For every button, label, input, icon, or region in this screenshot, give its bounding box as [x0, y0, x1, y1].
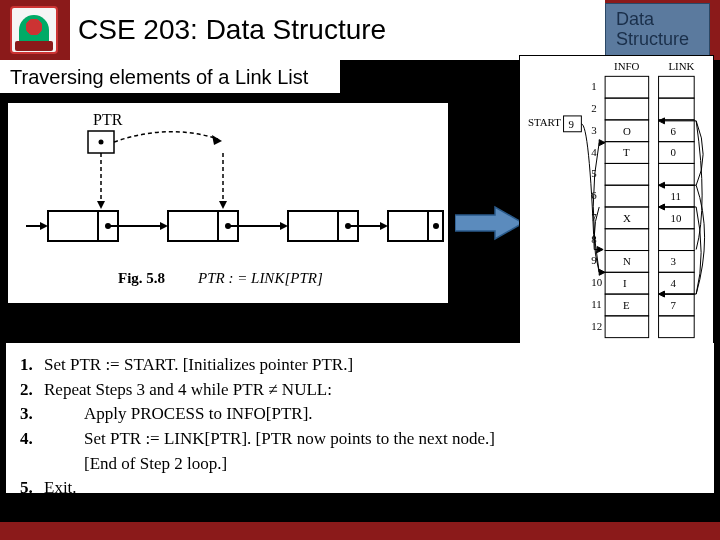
- algo-step-text: [End of Step 2 loop.]: [44, 452, 700, 477]
- ptr-label: PTR: [93, 111, 123, 128]
- svg-rect-51: [605, 316, 649, 338]
- info-cell: E: [623, 299, 630, 311]
- svg-marker-55: [659, 182, 665, 188]
- info-cell: N: [623, 255, 631, 267]
- info-cell: I: [623, 277, 627, 289]
- row-index: 11: [591, 298, 601, 310]
- svg-marker-57: [659, 204, 665, 210]
- topic-badge: Data Structure: [605, 3, 710, 57]
- svg-rect-31: [605, 98, 649, 120]
- svg-marker-54: [659, 118, 665, 124]
- header-bar: CSE 203: Data Structure Data Structure: [0, 0, 720, 60]
- row-index: 4: [591, 146, 597, 158]
- svg-rect-52: [659, 316, 695, 338]
- svg-point-1: [99, 140, 104, 145]
- algo-step-number: 3.: [20, 402, 44, 427]
- svg-rect-43: [605, 229, 649, 251]
- algo-step-number: 2.: [20, 378, 44, 403]
- badge-line2: Structure: [616, 30, 699, 50]
- algo-step-text: Apply PROCESS to INFO[PTR].: [44, 402, 700, 427]
- svg-rect-46: [659, 251, 695, 273]
- info-cell: X: [623, 212, 631, 224]
- linked-list-diagram: PTR Fig. 5.8 PTR : = LINK[PTR]: [8, 103, 448, 303]
- start-label: START: [528, 116, 561, 128]
- row-index: 3: [591, 124, 597, 136]
- row-index: 10: [591, 276, 602, 288]
- svg-marker-58: [599, 269, 605, 275]
- algo-line: 1.Set PTR := START. [Initializes pointer…: [20, 353, 700, 378]
- svg-point-24: [433, 223, 439, 229]
- algo-line: 5.Exit.: [20, 476, 700, 501]
- algo-step-number: [20, 452, 44, 477]
- svg-rect-29: [605, 76, 649, 98]
- link-cell: 11: [670, 190, 680, 202]
- svg-rect-30: [659, 76, 695, 98]
- badge-line1: Data: [616, 10, 699, 30]
- algo-line: [End of Step 2 loop.]: [20, 452, 700, 477]
- svg-rect-37: [605, 163, 649, 185]
- info-cell: O: [623, 125, 631, 137]
- svg-rect-47: [605, 272, 649, 294]
- algo-step-text: Set PTR := START. [Initializes pointer P…: [44, 353, 700, 378]
- algo-step-text: Repeat Steps 3 and 4 while PTR ≠ NULL:: [44, 378, 700, 403]
- svg-rect-39: [605, 185, 649, 207]
- link-cell: 4: [670, 277, 676, 289]
- row-index: 2: [591, 102, 596, 114]
- svg-marker-3: [97, 201, 105, 209]
- info-cell: T: [623, 147, 630, 159]
- svg-marker-53: [597, 247, 603, 253]
- svg-rect-48: [659, 272, 695, 294]
- svg-marker-26: [40, 222, 48, 230]
- svg-rect-44: [659, 229, 695, 251]
- figure-caption-prefix: Fig. 5.8: [118, 270, 165, 286]
- link-cell: 0: [670, 147, 676, 159]
- algo-step-number: 5.: [20, 476, 44, 501]
- figure-caption-expr: PTR : = LINK[PTR]: [197, 270, 323, 286]
- algo-line: 2.Repeat Steps 3 and 4 while PTR ≠ NULL:: [20, 378, 700, 403]
- link-cell: 3: [670, 255, 676, 267]
- algo-step-number: 4.: [20, 427, 44, 452]
- svg-marker-27: [455, 207, 523, 239]
- footer-bar: [0, 522, 720, 540]
- algo-step-text: Exit.: [44, 476, 700, 501]
- svg-rect-38: [659, 163, 695, 185]
- svg-rect-32: [659, 98, 695, 120]
- algo-line: 4.Set PTR := LINK[PTR]. [PTR now points …: [20, 427, 700, 452]
- svg-rect-50: [659, 294, 695, 316]
- link-cell: 7: [670, 299, 676, 311]
- col-info: INFO: [614, 60, 640, 72]
- link-cell: 10: [670, 212, 681, 224]
- slide-subtitle: Traversing elements of a Link List: [0, 60, 340, 93]
- svg-marker-20: [280, 222, 288, 230]
- array-table-diagram: INFO LINK START 9 123O64T056117X1089N310…: [519, 55, 714, 355]
- arrow-icon: [455, 203, 525, 243]
- algo-step-text: Set PTR := LINK[PTR]. [PTR now points to…: [44, 427, 700, 452]
- algo-step-number: 1.: [20, 353, 44, 378]
- svg-marker-6: [212, 135, 222, 145]
- row-index: 1: [591, 80, 596, 92]
- svg-marker-5: [219, 201, 227, 209]
- svg-marker-23: [380, 222, 388, 230]
- algo-line: 3.Apply PROCESS to INFO[PTR].: [20, 402, 700, 427]
- algorithm-panel: 1.Set PTR := START. [Initializes pointer…: [6, 343, 714, 493]
- svg-marker-17: [160, 222, 168, 230]
- course-title: CSE 203: Data Structure: [70, 0, 605, 60]
- row-index: 12: [591, 320, 602, 332]
- svg-marker-59: [599, 140, 605, 146]
- col-link: LINK: [668, 60, 694, 72]
- svg-marker-56: [659, 291, 665, 297]
- start-value: 9: [568, 118, 573, 130]
- slide-content: PTR Fig. 5.8 PTR : = LINK[PTR]: [0, 93, 720, 513]
- link-cell: 6: [670, 125, 676, 137]
- svg-rect-36: [659, 142, 695, 164]
- university-logo: [10, 6, 58, 54]
